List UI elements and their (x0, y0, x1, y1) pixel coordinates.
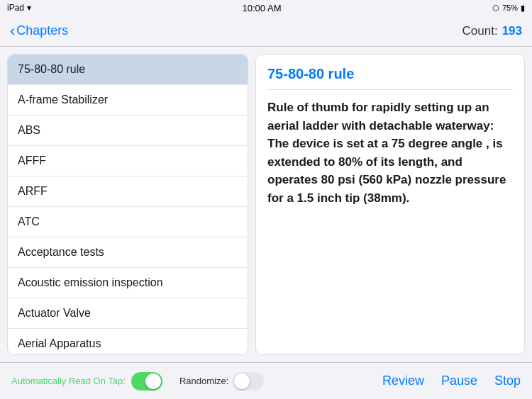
list-item[interactable]: Acoustic emission inspection (8, 268, 248, 298)
list-item[interactable]: ABS (8, 116, 248, 146)
status-time: 10:00 AM (243, 3, 282, 13)
footer: Automatically Read On Tap: Randomize: Re… (0, 362, 532, 399)
status-right: ⬡ 75% ▮ (492, 4, 525, 13)
count-label: Count: (462, 24, 498, 38)
detail-panel: 75-80-80 rule Rule of thumb for rapidly … (255, 54, 525, 355)
list-item[interactable]: AFFF (8, 146, 248, 176)
count-value: 193 (502, 24, 522, 38)
back-button[interactable]: ‹ Chapters (10, 23, 68, 39)
footer-right: Review Pause Stop (382, 373, 521, 388)
stop-button[interactable]: Stop (494, 373, 521, 388)
list-panel[interactable]: 75-80-80 ruleA-frame StabilizerABSAFFFAR… (7, 54, 248, 355)
list-item[interactable]: ARFF (8, 176, 248, 207)
review-button[interactable]: Review (382, 373, 424, 388)
randomize-toggle[interactable] (233, 372, 264, 390)
back-chevron-icon: ‹ (10, 23, 15, 39)
randomize-label: Randomize: (179, 376, 228, 386)
status-bar: iPad ▾ 10:00 AM ⬡ 75% ▮ (0, 0, 532, 16)
wifi-icon: ▾ (27, 3, 31, 13)
list-item[interactable]: Acceptance tests (8, 237, 248, 268)
status-left: iPad ▾ (7, 3, 31, 13)
auto-read-toggle[interactable] (131, 372, 162, 390)
auto-read-toggle-thumb (145, 373, 161, 389)
randomize-toggle-thumb (234, 373, 250, 389)
bluetooth-icon: ⬡ (492, 4, 499, 13)
list-item[interactable]: ATC (8, 207, 248, 237)
battery-level: 75% (502, 4, 518, 12)
footer-left: Automatically Read On Tap: Randomize: (11, 372, 264, 390)
device-label: iPad (7, 3, 24, 13)
battery-icon: ▮ (521, 4, 525, 13)
list-item[interactable]: A-frame Stabilizer (8, 85, 248, 116)
auto-read-label: Automatically Read On Tap: (11, 376, 126, 386)
detail-title: 75-80-80 rule (267, 66, 513, 90)
list-item[interactable]: Aerial Apparatus (8, 329, 248, 355)
randomize-area: Randomize: (179, 372, 264, 390)
list-item[interactable]: Actuator Valve (8, 298, 248, 329)
header: ‹ Chapters Count: 193 (0, 16, 532, 47)
main-content: 75-80-80 ruleA-frame StabilizerABSAFFFAR… (0, 47, 532, 362)
back-label: Chapters (16, 23, 68, 38)
count-area: Count: 193 (462, 24, 522, 38)
list-item[interactable]: 75-80-80 rule (8, 55, 248, 85)
pause-button[interactable]: Pause (441, 373, 477, 388)
detail-body: Rule of thumb for rapidly setting up an … (267, 99, 513, 207)
